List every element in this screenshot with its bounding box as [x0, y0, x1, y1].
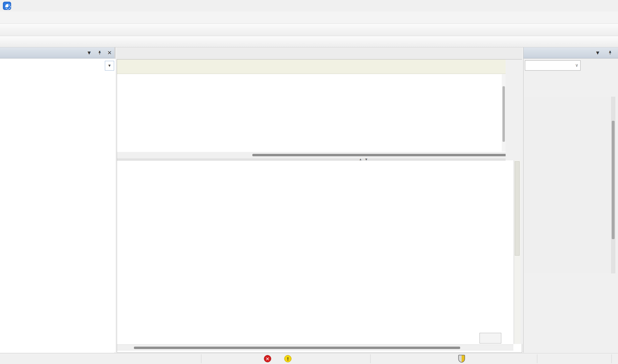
devices-panel: ▼ 🖈 ✕: [0, 47, 116, 353]
status-bar: ✕ !: [0, 353, 618, 364]
panel-menu-icon[interactable]: ▼: [87, 50, 92, 56]
editor-splitter[interactable]: ▲ ▼: [117, 158, 506, 160]
error-icon: ✕: [264, 355, 271, 362]
device-tree: [0, 59, 116, 352]
security-shield-icon: [458, 355, 465, 363]
devices-panel-header: ▼ 🖈 ✕: [0, 47, 114, 58]
toolbox-scrollbar[interactable]: [611, 97, 615, 273]
toolbox-panel-header: ▼ 🖈: [524, 47, 618, 58]
declaration-toolbar: [117, 59, 506, 74]
ld-fbd-toolbar: [0, 36, 618, 47]
toolbox-item-list: [524, 97, 610, 273]
close-button[interactable]: [599, 0, 612, 11]
warning-icon: !: [284, 355, 292, 362]
tree-dropdown-button[interactable]: ▼: [105, 61, 114, 71]
chevron-down-icon[interactable]: ∨: [575, 63, 578, 68]
fbd-vscrollbar[interactable]: [514, 160, 521, 344]
declaration-table: [117, 74, 506, 152]
declaration-hscrollbar[interactable]: [117, 152, 506, 158]
title-bar: [0, 0, 618, 12]
fbd-editor[interactable]: [117, 160, 513, 344]
zoom-level-display[interactable]: [480, 333, 501, 343]
pin-icon[interactable]: 🖈: [97, 50, 103, 56]
editor-tab-bar: [117, 47, 522, 59]
app-logo-icon: [3, 2, 11, 10]
minimize-button[interactable]: [554, 0, 567, 11]
toolbox-menu-icon[interactable]: ▼: [595, 50, 600, 56]
restore-button[interactable]: [576, 0, 590, 11]
toolbox-pin-icon[interactable]: 🖈: [608, 50, 613, 56]
close-panel-icon[interactable]: ✕: [107, 50, 112, 56]
toolbox-search-input[interactable]: ∨: [525, 60, 580, 71]
menu-bar: [0, 12, 618, 24]
declaration-vscrollbar[interactable]: [502, 74, 506, 151]
main-toolbar: [0, 24, 618, 36]
fbd-hscrollbar[interactable]: [117, 344, 513, 351]
